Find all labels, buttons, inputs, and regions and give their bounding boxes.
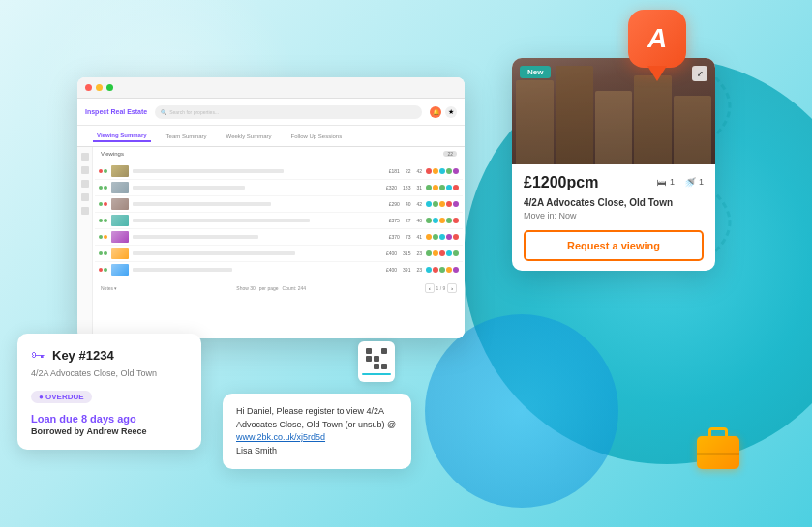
key-header: 🗝 Key #1234	[31, 347, 188, 363]
tab-follow-up[interactable]: Follow Up Sessions	[287, 132, 346, 141]
app-icon: A	[628, 10, 686, 68]
dashboard-titlebar	[77, 77, 465, 99]
property-info: £1200pcm 🛏 1 🚿 1 4/2A Advocates Close, O…	[512, 164, 715, 271]
row-numbers: £181 22 42	[389, 168, 422, 174]
property-image: New ⤢	[512, 58, 715, 164]
row-status-indicators	[99, 235, 107, 239]
row-numbers: £290 40 42	[389, 201, 422, 207]
nav-settings-icon[interactable]	[81, 207, 89, 215]
bath-icon: 🚿	[684, 177, 696, 188]
property-thumb	[111, 264, 129, 276]
nav-keys-icon[interactable]	[81, 193, 89, 201]
row-status-indicators	[99, 268, 107, 272]
table-row[interactable]: £290 40 42	[95, 196, 463, 213]
row-status-indicators	[99, 186, 107, 190]
sms-card: Hi Daniel, Please register to view 4/2A …	[223, 394, 411, 469]
row-numbers: £375 27 40	[389, 218, 422, 223]
property-thumb	[111, 215, 129, 226]
sms-message: Hi Daniel, Please register to view 4/2A …	[236, 405, 398, 457]
row-status-dots	[426, 201, 459, 207]
row-data-bars	[133, 251, 382, 255]
beds-feature: 🛏 1	[657, 177, 675, 188]
dashboard-tabs: Viewing Summary Team Summary Weekly Summ…	[77, 126, 465, 147]
table-row[interactable]: £400 315 23	[95, 246, 463, 262]
pagination-notes: Notes ▾	[101, 285, 117, 291]
row-numbers: £400 315 23	[386, 250, 422, 256]
property-price: £1200pcm	[524, 174, 598, 191]
scan-body	[358, 341, 395, 382]
star-icon[interactable]: ★	[445, 106, 457, 118]
row-status-dots	[426, 168, 459, 174]
property-movein: Move in: Now	[524, 211, 704, 220]
row-data-bars	[133, 219, 385, 222]
next-page-button[interactable]: ›	[447, 283, 457, 293]
dashboard-toolbar: Inspect Real Estate 🔍 Search for propert…	[77, 99, 465, 126]
property-thumb	[111, 198, 129, 210]
sidebar-nav	[77, 147, 93, 338]
baths-feature: 🚿 1	[684, 177, 704, 188]
borrower-name: Andrew Reece	[87, 426, 147, 436]
request-viewing-button[interactable]: Request a viewing	[524, 230, 704, 261]
property-features: 🛏 1 🚿 1	[657, 177, 704, 188]
key-card: 🗝 Key #1234 4/2A Advocates Close, Old To…	[17, 334, 201, 450]
sms-link[interactable]: www.2bk.co.uk/xj5rd5d	[236, 432, 325, 442]
notification-icon[interactable]: 🔔	[430, 106, 441, 118]
dashboard-body: Viewings 22 £181 22	[77, 147, 465, 338]
row-numbers: £370 73 41	[389, 234, 422, 240]
toolbar-search[interactable]: 🔍 Search for properties...	[155, 105, 422, 119]
bed-icon: 🛏	[657, 177, 667, 188]
row-data-bars	[133, 202, 385, 206]
expand-icon[interactable]: ⤢	[692, 66, 707, 81]
row-status-indicators	[99, 251, 107, 255]
app-icon-pin	[647, 66, 667, 81]
window-maximize-dot[interactable]	[106, 84, 113, 91]
prev-page-button[interactable]: ‹	[425, 283, 435, 293]
table-row[interactable]: £370 73 41	[95, 229, 463, 246]
row-status-indicators	[99, 219, 107, 222]
row-status-dots	[426, 218, 459, 223]
nav-home-icon[interactable]	[81, 153, 89, 161]
new-badge: New	[520, 66, 551, 78]
pagination-bar: Notes ▾ Show 30 per page Count: 244 ‹ 1 …	[93, 280, 465, 296]
tab-viewing-summary[interactable]: Viewing Summary	[93, 131, 151, 142]
key-address: 4/2A Advocates Close, Old Town	[31, 368, 188, 378]
row-status-dots	[426, 250, 459, 256]
briefcase-strap	[697, 453, 739, 455]
row-status-dots	[426, 267, 459, 273]
window-close-dot[interactable]	[85, 84, 92, 91]
status-dot-red	[99, 169, 103, 173]
row-data-bars	[133, 169, 385, 173]
app-icon-letter: A	[647, 23, 667, 54]
briefcase-icon	[697, 436, 739, 469]
app-icon-container: A	[628, 10, 686, 68]
table-row[interactable]: £320 183 31	[95, 180, 463, 196]
nav-calendar-icon[interactable]	[81, 166, 89, 174]
table-container: £181 22 42	[93, 161, 465, 280]
borrowed-by: Borrowed by Andrew Reece	[31, 426, 188, 436]
count-badge: 22	[443, 151, 457, 157]
row-data-bars	[133, 186, 382, 190]
property-thumb	[111, 165, 129, 177]
key-title: Key #1234	[52, 348, 114, 363]
property-thumb	[111, 182, 129, 193]
content-header: Viewings 22	[93, 147, 465, 161]
scan-icon	[358, 341, 395, 382]
window-minimize-dot[interactable]	[96, 84, 103, 91]
table-row[interactable]: £181 22 42	[95, 163, 463, 180]
status-dot-green	[104, 169, 107, 173]
bg-decoration-blue	[425, 314, 618, 508]
nav-users-icon[interactable]	[81, 180, 89, 188]
tab-weekly-summary[interactable]: Weekly Summary	[223, 132, 276, 141]
row-numbers: £400 391 23	[386, 267, 422, 273]
property-address: 4/2A Advocates Close, Old Town	[524, 197, 704, 208]
row-data-bars	[133, 235, 385, 239]
table-row[interactable]: £375 27 40	[95, 213, 463, 229]
tab-team-summary[interactable]: Team Summary	[163, 132, 211, 141]
toolbar-icons: 🔔 ★	[430, 106, 457, 118]
property-thumb	[111, 248, 129, 259]
page-nav: ‹ 1 / 9 ›	[425, 283, 457, 293]
table-row[interactable]: £400 391 23	[95, 262, 463, 278]
property-thumb	[111, 231, 129, 243]
row-numbers: £320 183 31	[386, 185, 422, 190]
dashboard-window: Inspect Real Estate 🔍 Search for propert…	[77, 77, 465, 338]
